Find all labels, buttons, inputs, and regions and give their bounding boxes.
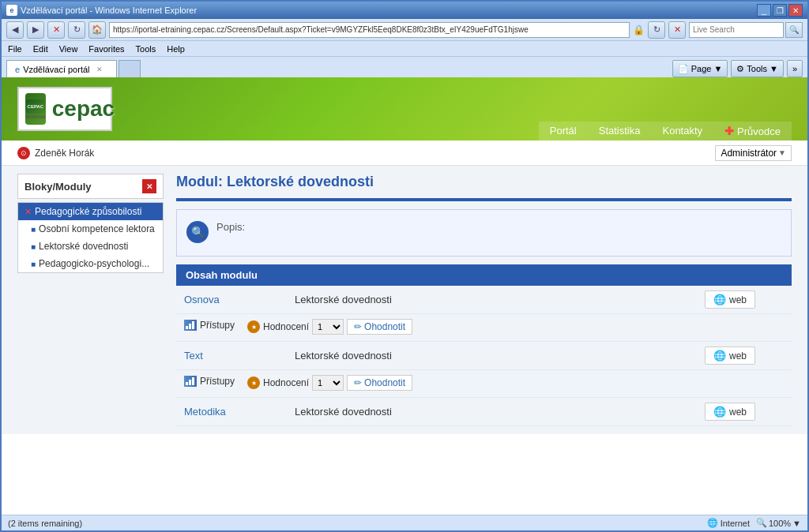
tab-close-icon[interactable]: ✕ [96, 66, 103, 73]
address-bar: ◀ ▶ ✕ ↻ 🏠 🔒 ↻ ✕ 🔍 [2, 19, 807, 41]
address-input[interactable] [109, 22, 630, 38]
main-layout: Bloky/Moduly ✕ ✕ Pedagogické způsobilost… [2, 166, 807, 434]
sidebar-title: Bloky/Moduly ✕ [17, 174, 164, 199]
window-title: Vzdělávací portál - Windows Internet Exp… [21, 6, 197, 15]
ohodnotit-button-1[interactable]: ✏ Ohodnotit [347, 375, 412, 391]
tools-dropdown-icon: ▼ [769, 64, 778, 73]
tabs-bar: e Vzdělávací portál ✕ 📄 Page ▼ ⚙ Tools ▼… [2, 57, 807, 77]
rating-select-0[interactable]: 12345 [312, 319, 344, 335]
back-button[interactable]: ◀ [6, 21, 24, 39]
metodika-value: Lektorské dovednosti [295, 406, 392, 418]
menu-view[interactable]: View [59, 44, 78, 54]
osnova-link[interactable]: Osnova [184, 294, 220, 305]
zoom-level: 100% [769, 519, 791, 528]
title-bar: e Vzdělávací portál - Windows Internet E… [2, 2, 807, 19]
ohodnotit-button-0[interactable]: ✏ Ohodnotit [347, 319, 412, 335]
window-controls: _ ❒ ✕ [757, 4, 803, 17]
medal-icon-1: ★ [247, 377, 260, 389]
zone-label: Internet [721, 519, 750, 528]
nav-pruvodce[interactable]: ✚ Průvodce [713, 122, 792, 140]
stop-address-button[interactable]: ✕ [668, 21, 686, 39]
nav-portal[interactable]: Portál [539, 122, 588, 140]
search-go-button[interactable]: 🔍 [785, 22, 803, 38]
logo-box: CEPAC MORAVA cepac [17, 87, 112, 131]
refresh-address-button[interactable]: ↻ [648, 21, 665, 39]
sidebar-item-label-0: Osobní kompetence lektora [39, 223, 155, 234]
menu-file[interactable]: File [8, 44, 22, 54]
page-menu-button[interactable]: 📄 Page ▼ [672, 60, 728, 77]
bullet-icon-2: ■ [31, 260, 36, 268]
tools-menu-button[interactable]: ⚙ Tools ▼ [731, 60, 784, 77]
web-icon-1: 🌐 [713, 350, 726, 362]
hodnoceni-label: Hodnocení [263, 321, 309, 332]
sidebar-item-label-1: Lektorské dovednosti [39, 241, 128, 252]
bar-chart-icon-1 [184, 376, 197, 387]
table-row: Přístupy ★ Hodnocení 12345 [176, 370, 792, 398]
module-title: Modul: Lektorské dovednosti [176, 174, 792, 190]
text-value: Lektorské dovednosti [295, 350, 392, 362]
logo-image: CEPAC MORAVA [25, 93, 46, 125]
active-tab[interactable]: e Vzdělávací portál ✕ [6, 60, 117, 77]
page-content: CEPAC MORAVA cepac Portál Statistika Kon… [2, 77, 807, 515]
tools-icon: ⚙ [736, 64, 744, 74]
nav-kontakty[interactable]: Kontakty [651, 122, 713, 140]
globe-icon: 🌐 [707, 518, 718, 528]
text-web-button[interactable]: 🌐 web [705, 347, 755, 365]
sidebar-item-pedagogicko[interactable]: ■ Pedagogicko-psychologi... [18, 255, 163, 272]
sidebar-group-pedagogicke[interactable]: ✕ Pedagogické způsobilosti [18, 203, 163, 220]
refresh-button[interactable]: ↻ [68, 21, 85, 39]
sidebar-group-label: Pedagogické způsobilosti [35, 206, 141, 217]
restore-button[interactable]: ❒ [773, 4, 787, 17]
new-tab-button[interactable] [119, 60, 141, 77]
role-dropdown[interactable]: Administrátor ▼ [715, 145, 792, 161]
content-header: Obsah modulu [176, 264, 792, 286]
page-icon: 📄 [678, 64, 689, 74]
cross-icon: ✚ [724, 125, 734, 137]
menu-edit[interactable]: Edit [33, 44, 48, 54]
forward-button[interactable]: ▶ [27, 21, 44, 39]
close-button[interactable]: ✕ [788, 4, 803, 17]
browser-icon: e [6, 5, 17, 16]
home-button[interactable]: 🏠 [88, 21, 106, 39]
description-label: Popis: [216, 221, 245, 233]
zoom-info[interactable]: 🔍 100% ▼ [756, 518, 801, 528]
search-input[interactable] [689, 22, 784, 38]
pristupy-item-1: Přístupy [184, 376, 235, 387]
sidebar: Bloky/Moduly ✕ ✕ Pedagogické způsobilost… [17, 174, 164, 426]
description-box: 🔍 Popis: [176, 209, 792, 257]
stop-button[interactable]: ✕ [47, 21, 65, 39]
text-link[interactable]: Text [184, 350, 203, 362]
search-icon-big: 🔍 [186, 221, 209, 243]
pristupy-label-1: Přístupy [200, 376, 235, 387]
zoom-arrow-icon: ▼ [792, 519, 801, 528]
status-right: 🌐 Internet 🔍 100% ▼ [707, 518, 801, 528]
minimize-button[interactable]: _ [757, 4, 771, 17]
menu-tools[interactable]: Tools [136, 44, 156, 54]
sidebar-item-osobni[interactable]: ■ Osobní kompetence lektora [18, 220, 163, 238]
zoom-icon: 🔍 [756, 518, 767, 528]
nav-statistika[interactable]: Statistika [588, 122, 652, 140]
ssl-icon: 🔒 [633, 24, 645, 36]
metodika-link[interactable]: Metodika [184, 406, 226, 418]
user-icon: ⊙ [17, 147, 30, 159]
hodnoceni-item: ★ Hodnocení 12345 ✏ Ohodnotit [247, 319, 412, 335]
rating-select-1[interactable]: 12345 [312, 375, 344, 391]
menu-help[interactable]: Help [167, 44, 185, 54]
sidebar-close-button[interactable]: ✕ [142, 179, 156, 193]
table-row: Přístupy ★ Hodnocení 12345 [176, 314, 792, 342]
menu-bar: File Edit View Favorites Tools Help [2, 41, 807, 57]
menu-favorites[interactable]: Favorites [88, 44, 124, 54]
bullet-icon: ■ [31, 225, 36, 234]
rate-icon-1: ✏ [354, 377, 362, 388]
hodnoceni-item-1: ★ Hodnocení 12345 ✏ Ohodnotit [247, 375, 412, 391]
bullet-icon-1: ■ [31, 242, 36, 251]
osnova-web-button[interactable]: 🌐 web [705, 290, 755, 309]
metodika-web-button[interactable]: 🌐 web [705, 403, 755, 421]
sidebar-item-lektorske[interactable]: ■ Lektorské dovednosti [18, 238, 163, 255]
web-icon: 🌐 [713, 294, 726, 305]
pristupy-label: Přístupy [200, 320, 235, 331]
content-area: Modul: Lektorské dovednosti 🔍 Popis: Obs… [176, 174, 792, 426]
extend-button[interactable]: » [787, 60, 803, 77]
sidebar-nav: ✕ Pedagogické způsobilosti ■ Osobní komp… [17, 202, 164, 273]
pristupy-item: Přístupy [184, 320, 235, 331]
